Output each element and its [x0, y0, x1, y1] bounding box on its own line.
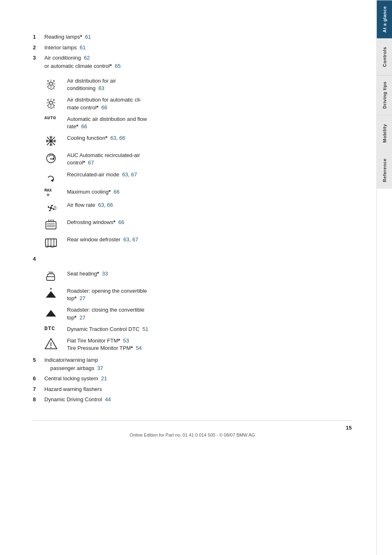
- roof-open-icon: [44, 287, 58, 301]
- sub-text-airflow: Air flow rate 63, 66: [67, 201, 113, 209]
- sidebar-tab-driving-tips[interactable]: Driving tips: [377, 75, 392, 115]
- sub-item-airflow: Air flow rate 63, 66: [44, 201, 352, 215]
- svg-line-15: [47, 99, 49, 100]
- svg-point-63: [51, 347, 52, 348]
- page-container: 1 Reading lamps* 61 2 Interior lamps 61 …: [0, 0, 392, 555]
- footer-text: Online Edition for Part no. 01 41 0 014 …: [129, 432, 255, 437]
- sub-item-vent-auto: Air distribution for automatic cli- mate…: [44, 96, 352, 111]
- svg-marker-59: [50, 288, 52, 289]
- sub-text-max: Maximum cooling* 66: [67, 188, 120, 196]
- icon-cell-vent-auto: [44, 96, 67, 109]
- svg-line-20: [53, 104, 55, 106]
- list-item-7: 7 Hazard warning flashers: [33, 385, 352, 393]
- dtc-label: DTC: [44, 326, 55, 332]
- svg-line-1: [47, 81, 49, 83]
- max-text-label: MAX⊙: [44, 188, 52, 197]
- sidebar-tab-at-a-glance[interactable]: At a glance: [377, 0, 392, 38]
- sidebar: At a glance Controls Driving tips Mobili…: [376, 0, 392, 555]
- sub-item-recirc: Recirculated-air mode 63, 67: [44, 171, 352, 184]
- seat-heat-icon: [44, 270, 58, 283]
- svg-line-7: [53, 85, 55, 87]
- svg-line-18: [47, 104, 49, 106]
- sidebar-tab-mobility[interactable]: Mobility: [377, 115, 392, 152]
- sub-item-vent-ac: Air distribution for air conditioning 63: [44, 77, 352, 92]
- list-item-8: 8 Dynamic Driving Control 44: [33, 395, 352, 404]
- item-list-top: 1 Reading lamps* 61 2 Interior lamps 61 …: [33, 33, 352, 70]
- svg-line-19: [47, 106, 49, 106]
- icon-cell-seat-heat: [44, 270, 67, 283]
- sub-text-seat-heat: Seat heating* 33: [67, 270, 108, 278]
- item-text-6: Central locking system 21: [44, 375, 107, 383]
- sub-item-dtc: DTC Dynamic Traction Control DTC 51: [44, 326, 352, 333]
- cooling-icon: [44, 134, 58, 148]
- svg-line-4: [53, 80, 55, 81]
- sub-item-max: MAX⊙ Maximum cooling* 66: [44, 188, 352, 197]
- icon-cell-defrost-rear: [44, 236, 67, 249]
- recirc-icon: [44, 171, 58, 184]
- svg-line-5: [47, 85, 49, 87]
- sidebar-tab-controls[interactable]: Controls: [377, 38, 392, 75]
- sub-text-roof-open: Roadster: opening the convertible top* 2…: [67, 287, 147, 302]
- item-text-1: Reading lamps* 61: [44, 33, 91, 41]
- icon-cell-vent-ac: [44, 77, 67, 90]
- link-2[interactable]: 61: [80, 44, 85, 51]
- sub-text-vent-ac: Air distribution for air conditioning 63: [67, 77, 116, 92]
- sub-text-auto: Automatic air distribution and flow rate…: [67, 116, 147, 130]
- item-text-4: [44, 255, 46, 263]
- svg-marker-60: [46, 310, 56, 317]
- svg-point-0: [49, 82, 52, 85]
- svg-line-8: [53, 87, 55, 88]
- list-item-4: 4: [33, 255, 352, 263]
- vent-ac-icon: [44, 77, 58, 90]
- item-number-7: 7: [33, 385, 44, 393]
- icon-cell-airflow: [44, 201, 67, 215]
- sub-text-defrost-front: Defrosting windows* 66: [67, 219, 124, 226]
- icon-cell-auc: [44, 152, 67, 165]
- page-footer: 15 Online Edition for Part no. 01 41 0 0…: [33, 420, 352, 437]
- sub-text-vent-auto: Air distribution for automatic cli- mate…: [67, 96, 141, 111]
- main-content: 1 Reading lamps* 61 2 Interior lamps 61 …: [0, 0, 376, 555]
- star-1: *: [80, 34, 82, 40]
- svg-rect-56: [46, 277, 55, 280]
- sub-item-auc: AUC Automatic recirculated-air control* …: [44, 152, 352, 166]
- icon-cell-defrost-front: [44, 219, 67, 232]
- sub-items-4: Seat heating* 33 Roadster: opening the c…: [44, 270, 352, 352]
- svg-marker-39: [52, 157, 54, 160]
- list-item-3: 3 Air conditioning 62 or automatic clima…: [33, 54, 352, 70]
- list-item-2: 2 Interior lamps 61: [33, 44, 352, 52]
- sub-item-roof-close: Roadster: closing the convertible top* 2…: [44, 306, 352, 321]
- icon-cell-dtc: DTC: [44, 326, 67, 332]
- sub-text-roof-close: Roadster: closing the convertible top* 2…: [67, 306, 145, 321]
- sub-item-cooling: Cooling function* 63, 66: [44, 134, 352, 148]
- svg-marker-49: [50, 219, 52, 221]
- svg-line-6: [47, 87, 49, 88]
- sub-text-auc: AUC Automatic recirculated-air control* …: [67, 152, 140, 166]
- sub-item-defrost-front: Defrosting windows* 66: [44, 219, 352, 232]
- svg-point-13: [49, 102, 52, 104]
- list-item-1: 1 Reading lamps* 61: [33, 33, 352, 41]
- link-1[interactable]: 61: [85, 34, 91, 40]
- item-number-1: 1: [33, 33, 44, 41]
- icon-cell-roof-open: [44, 287, 67, 301]
- defrost-front-icon: [44, 219, 58, 232]
- sidebar-tab-reference[interactable]: Reference: [377, 152, 392, 189]
- star-3: *: [110, 63, 112, 69]
- icon-cell-auto: AUTO: [44, 116, 67, 120]
- link-3a[interactable]: 62: [84, 55, 90, 61]
- svg-point-41: [50, 207, 52, 209]
- icon-cell-roof-close: [44, 306, 67, 319]
- item-list-bottom: 5 Indicator/warning lamp passenger airba…: [33, 356, 352, 404]
- sub-item-auto: AUTO Automatic air distribution and flow…: [44, 116, 352, 130]
- item-list-4: 4: [33, 255, 352, 263]
- ftm-icon: [44, 337, 58, 350]
- svg-marker-57: [46, 291, 56, 298]
- item-number-3: 3: [33, 54, 44, 62]
- auc-icon: [44, 152, 58, 165]
- airflow-icon: [44, 201, 58, 215]
- page-number: 15: [33, 425, 352, 431]
- auto-text-label: AUTO: [44, 116, 56, 120]
- icon-cell-ftm: [44, 337, 67, 350]
- defrost-rear-icon: [44, 236, 58, 249]
- link-3b[interactable]: 65: [115, 63, 120, 69]
- svg-marker-40: [51, 179, 53, 182]
